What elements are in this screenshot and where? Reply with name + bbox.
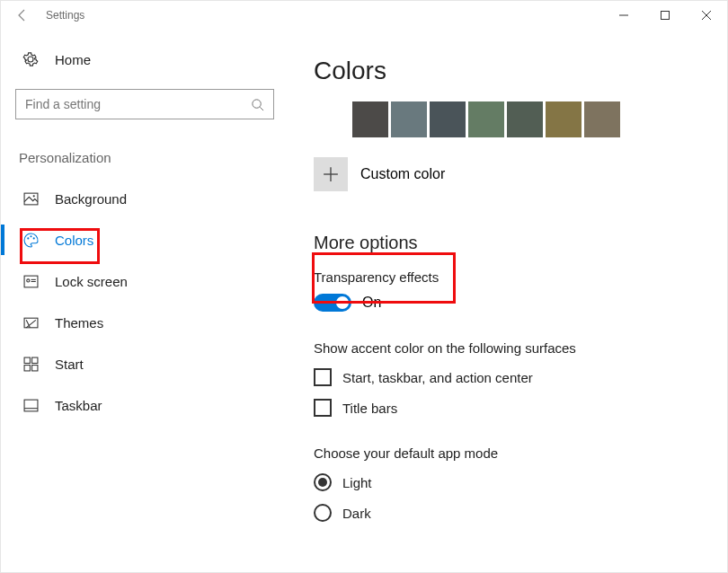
svg-point-9 — [30, 235, 31, 237]
lockscreen-icon — [22, 274, 39, 289]
plus-icon — [314, 157, 348, 191]
accent-option-label: Title bars — [342, 401, 397, 416]
accent-option-title-bars[interactable]: Title bars — [314, 399, 702, 417]
radio-button — [314, 504, 332, 522]
custom-color-label: Custom color — [360, 166, 445, 182]
app-mode-dark[interactable]: Dark — [314, 504, 702, 522]
main-content: Colors Custom color More options Transpa… — [289, 30, 727, 572]
picture-icon — [22, 191, 39, 207]
page-title: Colors — [314, 57, 702, 85]
search-input[interactable]: Find a setting — [15, 89, 274, 119]
sidebar-home-label: Home — [55, 52, 91, 67]
back-button[interactable] — [8, 1, 37, 30]
svg-rect-16 — [24, 357, 30, 363]
themes-icon — [22, 315, 39, 331]
app-mode-light[interactable]: Light — [314, 473, 702, 491]
sidebar-item-lock-screen[interactable]: Lock screen — [15, 260, 274, 302]
more-options-heading: More options — [314, 233, 702, 253]
sidebar-item-label: Colors — [55, 233, 93, 248]
color-swatch[interactable] — [468, 101, 504, 137]
app-mode-option-label: Dark — [342, 506, 371, 521]
app-mode-option-label: Light — [342, 475, 372, 490]
svg-rect-19 — [31, 365, 37, 370]
svg-rect-18 — [24, 365, 30, 370]
accent-option-start-taskbar[interactable]: Start, taskbar, and action center — [314, 368, 702, 386]
sidebar-item-themes[interactable]: Themes — [15, 302, 274, 343]
transparency-label: Transparency effects — [314, 269, 702, 285]
color-swatch[interactable] — [546, 101, 582, 137]
window-title: Settings — [46, 9, 84, 22]
svg-point-8 — [27, 237, 29, 239]
sidebar-item-label: Background — [55, 191, 127, 207]
sidebar-item-label: Lock screen — [55, 274, 128, 289]
sidebar-item-start[interactable]: Start — [15, 343, 274, 384]
sidebar-item-label: Taskbar — [55, 398, 102, 413]
sidebar-item-colors[interactable]: Colors — [15, 219, 274, 260]
sidebar-item-label: Themes — [55, 315, 103, 331]
app-mode-label: Choose your default app mode — [314, 445, 702, 461]
svg-rect-17 — [31, 357, 37, 363]
close-button[interactable] — [686, 1, 727, 30]
svg-point-7 — [32, 195, 34, 197]
search-placeholder: Find a setting — [25, 97, 251, 111]
search-icon — [251, 98, 264, 111]
nav: Background Colors Lock screen Themes — [15, 178, 274, 426]
color-swatches — [314, 101, 702, 137]
category-label: Personalization — [15, 150, 274, 165]
minimize-button[interactable] — [603, 1, 644, 30]
window-controls — [603, 1, 727, 30]
sidebar-home[interactable]: Home — [15, 46, 274, 73]
accent-option-label: Start, taskbar, and action center — [342, 370, 533, 385]
checkbox — [314, 368, 332, 386]
svg-point-4 — [253, 99, 261, 107]
accent-surfaces-label: Show accent color on the following surfa… — [314, 340, 702, 356]
sidebar-item-taskbar[interactable]: Taskbar — [15, 384, 274, 426]
color-swatch[interactable] — [430, 101, 466, 137]
svg-rect-15 — [24, 318, 38, 328]
svg-rect-1 — [661, 12, 670, 20]
taskbar-icon — [22, 398, 39, 413]
color-swatch[interactable] — [352, 101, 388, 137]
svg-point-10 — [32, 237, 34, 239]
svg-point-12 — [26, 278, 29, 281]
sidebar-item-label: Start — [55, 357, 84, 372]
transparency-value: On — [362, 295, 381, 311]
radio-button — [314, 473, 332, 491]
gear-icon — [22, 51, 39, 67]
start-icon — [22, 357, 39, 372]
color-swatch[interactable] — [584, 101, 620, 137]
sidebar: Home Find a setting Personalization Back… — [1, 30, 289, 572]
checkbox — [314, 399, 332, 417]
transparency-toggle[interactable] — [314, 294, 351, 312]
svg-rect-20 — [24, 400, 38, 411]
sidebar-item-background[interactable]: Background — [15, 178, 274, 219]
color-swatch[interactable] — [391, 101, 427, 137]
color-swatch[interactable] — [314, 101, 350, 137]
svg-line-5 — [260, 107, 263, 110]
maximize-button[interactable] — [644, 1, 686, 30]
palette-icon — [22, 233, 39, 248]
color-swatch[interactable] — [507, 101, 543, 137]
custom-color-row[interactable]: Custom color — [314, 157, 702, 191]
